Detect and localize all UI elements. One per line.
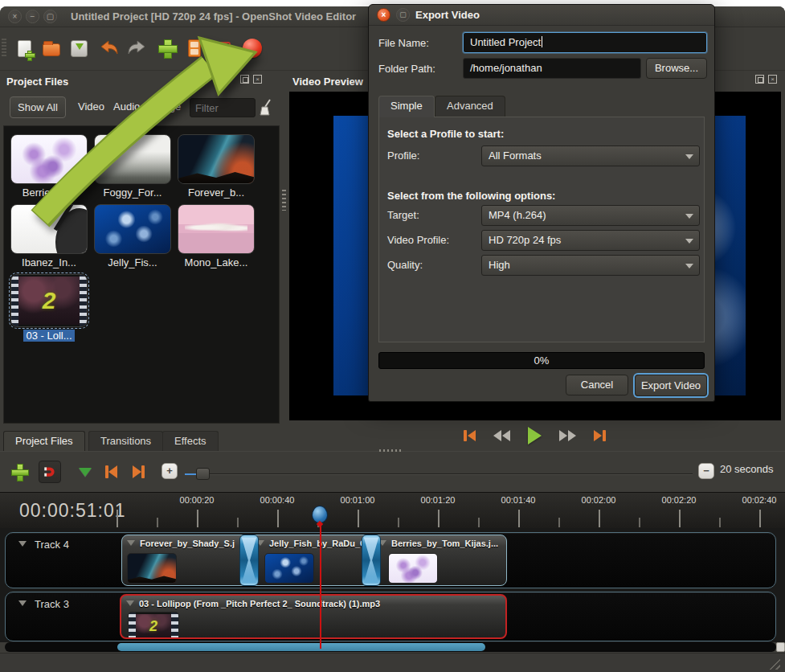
- scrollbar-thumb[interactable]: [117, 643, 485, 651]
- playhead-handle[interactable]: [312, 506, 329, 527]
- zoom-out-button[interactable]: −: [698, 463, 714, 479]
- cancel-button[interactable]: Cancel: [566, 375, 628, 395]
- transition-between-clips[interactable]: [362, 535, 381, 586]
- float-panel-icon[interactable]: [755, 75, 764, 84]
- play-button[interactable]: [528, 427, 542, 445]
- dialog-maximize-button[interactable]: ▢: [396, 8, 410, 22]
- clip-menu-chevron-icon[interactable]: [126, 600, 134, 606]
- close-panel-icon[interactable]: ×: [253, 75, 262, 84]
- open-project-button[interactable]: [40, 37, 63, 59]
- redo-icon: [126, 39, 147, 58]
- window-close-button[interactable]: ×: [8, 10, 22, 23]
- tab-advanced[interactable]: Advanced: [435, 96, 505, 117]
- transition-between-clips[interactable]: [239, 535, 259, 586]
- timeline-horizontal-scrollbar[interactable]: [5, 642, 776, 652]
- snapping-toggle-button[interactable]: [39, 461, 61, 483]
- previous-marker-button[interactable]: [100, 461, 122, 483]
- file-thumbnail-mono-lake: [178, 204, 255, 254]
- export-video-button[interactable]: [241, 37, 264, 59]
- clip-berries[interactable]: Berries_by_Tom_Kijas.j...: [370, 535, 507, 586]
- scrollbar-corner-button[interactable]: [776, 642, 785, 652]
- add-marker-button[interactable]: [74, 461, 96, 483]
- track-row-3: Track 3 03 - Lollipop (From _Pitch Perfe…: [5, 592, 776, 641]
- import-files-button[interactable]: [156, 37, 178, 59]
- tab-project-files[interactable]: Project Files: [3, 431, 85, 453]
- clip-lollipop-audio[interactable]: 03 - Lollipop (From _Pitch Perfect 2_ So…: [120, 594, 507, 639]
- timeline-tracks-area: Track 4 Forever_by_Shady_S.j Jelly_Fish_…: [0, 528, 785, 642]
- track-menu-chevron-icon[interactable]: [18, 541, 27, 547]
- fullscreen-button[interactable]: [211, 37, 233, 59]
- zoom-in-button[interactable]: +: [161, 463, 178, 479]
- tab-transitions[interactable]: Transitions: [88, 431, 163, 452]
- file-item-forever[interactable]: Forever_b...: [178, 134, 255, 199]
- profile-dropdown[interactable]: All Formats: [481, 145, 700, 166]
- export-progress-bar: 0%: [378, 352, 705, 369]
- file-item-jellyfish[interactable]: Jelly_Fis...: [94, 204, 171, 268]
- choose-profile-button[interactable]: [183, 37, 206, 59]
- undo-button[interactable]: [98, 37, 121, 59]
- dialog-close-button[interactable]: ×: [377, 8, 390, 22]
- save-project-button[interactable]: [67, 37, 90, 59]
- rewind-button[interactable]: [493, 430, 510, 441]
- filter-audio-button[interactable]: Audio: [106, 96, 147, 118]
- file-item-berries[interactable]: Berries_b...: [10, 134, 88, 199]
- file-thumbnail-forever: [178, 134, 255, 184]
- target-label: Target:: [387, 209, 419, 221]
- jump-to-start-button[interactable]: [464, 430, 476, 441]
- tab-effects[interactable]: Effects: [162, 431, 219, 452]
- timeline-ruler[interactable]: 00:00:51:01 00:00:20 00:00:40 00:01:00 0…: [0, 492, 785, 528]
- clip-forever[interactable]: Forever_by_Shady_S.j: [121, 535, 247, 586]
- jump-to-end-button[interactable]: [594, 430, 606, 441]
- chevron-down-icon: [685, 214, 693, 219]
- add-track-button[interactable]: [8, 461, 31, 483]
- clip-jellyfish[interactable]: Jelly_Fish_by_RaDu_G: [247, 535, 370, 586]
- file-label: Jelly_Fis...: [94, 256, 171, 268]
- redo-button[interactable]: [125, 37, 148, 59]
- video-profile-label: Video Profile:: [387, 234, 449, 246]
- track-menu-chevron-icon[interactable]: [18, 600, 27, 606]
- project-files-panel-title: Project Files: [6, 76, 68, 88]
- zoom-slider-handle[interactable]: [196, 468, 210, 480]
- next-marker-button[interactable]: [127, 461, 149, 483]
- file-label: Berries_b...: [10, 186, 88, 199]
- file-item-mono-lake[interactable]: Mono_Lake...: [178, 204, 255, 268]
- export-video-confirm-button[interactable]: Export Video: [635, 375, 707, 396]
- clear-filter-broom-icon[interactable]: [259, 99, 273, 117]
- zoom-scale-label: 20 seconds: [720, 463, 774, 475]
- toolbar-grip[interactable]: [2, 39, 6, 58]
- project-files-filter-row: Show All Video Audio Image: [0, 95, 284, 122]
- filter-input[interactable]: [190, 98, 256, 117]
- quality-dropdown[interactable]: High: [481, 255, 700, 276]
- magnet-icon: [43, 465, 57, 479]
- close-panel-icon[interactable]: ×: [768, 75, 777, 84]
- video-preview-panel-title: Video Preview: [292, 76, 363, 88]
- track-name: Track 3: [35, 598, 69, 610]
- file-item-lollipop-selected[interactable]: 2 03 - Loll...: [10, 274, 88, 342]
- tab-simple[interactable]: Simple: [378, 96, 435, 117]
- new-project-button[interactable]: [13, 37, 35, 59]
- video-profile-dropdown[interactable]: HD 720p 24 fps: [481, 230, 700, 251]
- export-video-dialog: × ▢ Export Video File Name: Untitled Pro…: [368, 4, 715, 402]
- folder-path-input[interactable]: /home/jonathan: [463, 58, 641, 79]
- filter-image-button[interactable]: Image: [145, 96, 188, 118]
- file-item-ibanez[interactable]: Ibanez_In...: [10, 204, 88, 268]
- text-caret: [542, 36, 542, 47]
- file-thumbnail-jellyfish: [94, 204, 171, 254]
- float-panel-icon[interactable]: [240, 75, 249, 84]
- browse-button[interactable]: Browse...: [646, 58, 707, 79]
- filter-show-all-button[interactable]: Show All: [10, 96, 66, 118]
- quality-label: Quality:: [387, 259, 423, 271]
- export-options-group: Select a Profile to start: Profile: All …: [378, 117, 705, 342]
- rewind-icon: [493, 430, 501, 441]
- file-item-foggy[interactable]: Foggy_For...: [94, 134, 171, 199]
- fast-forward-button[interactable]: [559, 430, 576, 441]
- window-resize-grip[interactable]: [769, 658, 780, 670]
- zoom-slider-track[interactable]: [185, 473, 693, 475]
- open-folder-icon: [43, 43, 60, 56]
- window-maximize-button[interactable]: ▢: [43, 10, 57, 23]
- clip-menu-chevron-icon[interactable]: [127, 540, 135, 546]
- target-dropdown[interactable]: MP4 (h.264): [481, 205, 700, 226]
- window-minimize-button[interactable]: −: [26, 10, 39, 23]
- file-name-input[interactable]: Untitled Project: [463, 32, 707, 53]
- dialog-title: Export Video: [415, 9, 480, 21]
